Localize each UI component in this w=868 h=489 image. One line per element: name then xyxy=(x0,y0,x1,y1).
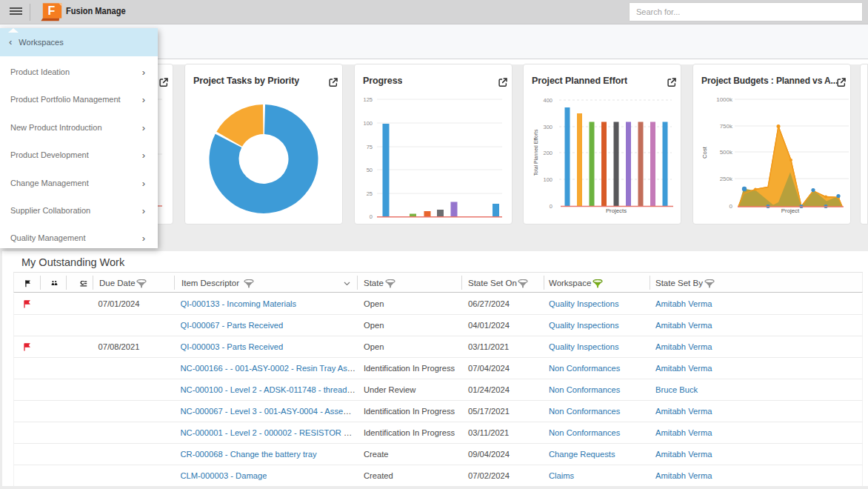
svg-text:200: 200 xyxy=(543,150,552,156)
svg-text:300: 300 xyxy=(543,124,552,130)
svg-text:Project: Project xyxy=(781,207,800,214)
svg-text:50: 50 xyxy=(367,167,373,173)
svg-text:0: 0 xyxy=(550,203,552,210)
svg-text:25: 25 xyxy=(367,190,373,197)
svg-text:400: 400 xyxy=(543,97,552,104)
svg-text:100: 100 xyxy=(363,120,373,127)
svg-text:0: 0 xyxy=(730,203,733,210)
svg-text:Cost: Cost xyxy=(701,146,708,159)
svg-text:1000k: 1000k xyxy=(716,96,733,103)
svg-text:750k: 750k xyxy=(720,123,733,130)
svg-text:75: 75 xyxy=(367,144,373,150)
svg-text:125: 125 xyxy=(363,96,373,103)
svg-text:250k: 250k xyxy=(720,176,733,182)
svg-text:Total Planned Efforts: Total Planned Efforts xyxy=(533,129,538,176)
svg-text:F: F xyxy=(48,4,56,17)
svg-text:0: 0 xyxy=(370,213,373,220)
svg-text:Projects: Projects xyxy=(606,207,627,214)
svg-text:100: 100 xyxy=(543,176,552,183)
svg-text:500k: 500k xyxy=(720,149,733,156)
